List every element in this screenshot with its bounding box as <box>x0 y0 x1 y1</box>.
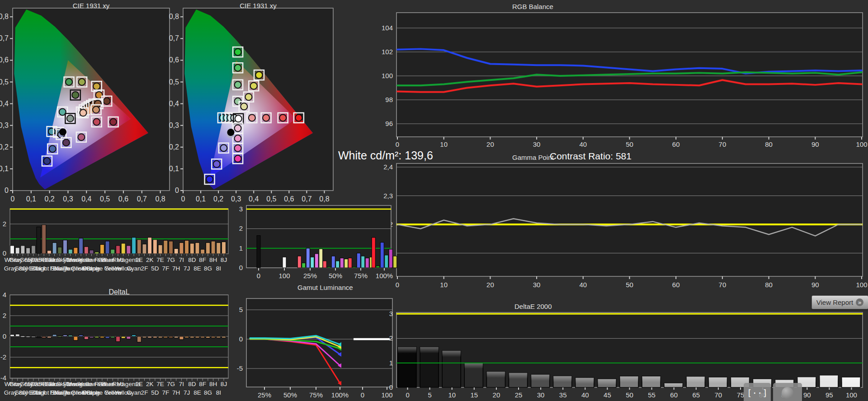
svg-text:0,3: 0,3 <box>231 195 241 203</box>
svg-text:2: 2 <box>239 224 243 232</box>
selection-tool-button[interactable]: [··] <box>744 383 771 401</box>
svg-text:70: 70 <box>719 140 726 148</box>
svg-text:20: 20 <box>493 391 500 399</box>
svg-text:90: 90 <box>811 140 819 148</box>
svg-text:50%: 50% <box>283 391 297 399</box>
svg-text:90: 90 <box>803 391 811 399</box>
svg-text:0,1: 0,1 <box>26 195 36 203</box>
rgb-balance-title: RGB Balance <box>512 3 553 10</box>
patch-label: 7F <box>162 265 169 272</box>
deltal-title: DeltaL <box>10 288 228 296</box>
patch-label: Blue <box>101 256 113 263</box>
svg-text:45: 45 <box>604 391 611 399</box>
svg-text:102: 102 <box>382 48 393 56</box>
svg-text:30: 30 <box>533 140 541 148</box>
chevron-right-icon: » <box>856 298 863 306</box>
svg-text:60: 60 <box>670 391 678 399</box>
svg-text:0: 0 <box>3 332 6 340</box>
svg-text:70: 70 <box>715 391 722 399</box>
patch-label: 2E <box>136 381 143 387</box>
svg-text:98: 98 <box>385 96 393 103</box>
cie1-chart: 00,10,20,30,40,50,60,70,800,10,20,30,40,… <box>0 8 170 203</box>
patch-label: 2K <box>146 256 154 263</box>
svg-text:55: 55 <box>648 391 656 399</box>
svg-text:3: 3 <box>239 205 243 213</box>
svg-text:0,8: 0,8 <box>155 195 165 203</box>
svg-text:25%: 25% <box>303 272 317 280</box>
svg-text:5: 5 <box>239 306 243 313</box>
patch-label: 7J <box>184 265 190 272</box>
svg-text:0,7: 0,7 <box>302 195 311 203</box>
svg-text:0,2: 0,2 <box>213 195 223 203</box>
svg-text:0,5: 0,5 <box>266 195 276 203</box>
svg-text:0,7: 0,7 <box>0 34 9 42</box>
svg-text:0,3: 0,3 <box>169 121 179 129</box>
pointer-ball-icon <box>782 387 793 399</box>
contrast-ratio-readout: Contrast Ratio: 581 <box>550 151 632 162</box>
svg-text:40: 40 <box>579 140 587 148</box>
svg-text:0: 0 <box>257 272 260 280</box>
saturation-de-chart: 3210010025%50%75%100% <box>239 205 397 280</box>
svg-text:0,1: 0,1 <box>0 165 9 173</box>
svg-text:100%: 100% <box>331 391 349 399</box>
view-report-button[interactable]: View Report » <box>811 295 868 309</box>
svg-text:20: 20 <box>486 281 494 289</box>
svg-text:75%: 75% <box>354 272 368 280</box>
svg-text:60: 60 <box>672 281 680 289</box>
patch-label: 2F <box>141 265 148 272</box>
gamut-luminance-title: Gamut Luminance <box>297 284 353 291</box>
svg-text:0,6: 0,6 <box>169 56 179 64</box>
patch-label: 2E <box>136 256 143 263</box>
pointer-tool-button[interactable] <box>773 383 802 401</box>
svg-text:0,5: 0,5 <box>169 78 179 86</box>
svg-text:0,4: 0,4 <box>81 195 91 203</box>
svg-text:0,6: 0,6 <box>284 195 294 203</box>
patch-label: 8G <box>204 265 212 272</box>
patch-label: 5D <box>151 389 159 396</box>
svg-text:0: 0 <box>3 249 6 257</box>
svg-text:0,2: 0,2 <box>45 195 55 203</box>
deltae2000-title: DeltaE 2000 <box>514 303 552 310</box>
svg-text:30: 30 <box>533 281 541 289</box>
svg-text:0,4: 0,4 <box>249 195 259 203</box>
svg-text:90: 90 <box>811 281 819 289</box>
patch-label: Cyan <box>127 389 141 396</box>
patch-label: 8F <box>199 256 206 263</box>
svg-text:0,8: 0,8 <box>169 13 179 20</box>
patch-label: 5D <box>151 265 159 272</box>
svg-text:30: 30 <box>537 391 545 399</box>
svg-text:75: 75 <box>737 391 745 399</box>
svg-text:0,6: 0,6 <box>118 195 128 203</box>
svg-text:75%: 75% <box>309 391 323 399</box>
gamma-chart: 2,42,32,22,10102030405060708090100 <box>383 163 867 289</box>
svg-text:20: 20 <box>486 140 494 148</box>
patch-label: 8H <box>209 256 217 263</box>
patch-label: 8J <box>221 381 227 387</box>
patch-label: 8J <box>221 256 227 263</box>
svg-text:65: 65 <box>692 391 700 399</box>
svg-text:10: 10 <box>448 391 456 399</box>
svg-text:2,3: 2,3 <box>383 192 393 200</box>
patch-label: 7H <box>172 265 180 272</box>
svg-text:2,4: 2,4 <box>383 163 393 171</box>
svg-text:1: 1 <box>389 359 393 367</box>
svg-text:0,1: 0,1 <box>169 165 179 173</box>
svg-text:0,7: 0,7 <box>137 195 147 203</box>
patch-label: 8F <box>199 381 206 387</box>
patch-label: 7I <box>179 381 184 387</box>
svg-text:0,2: 0,2 <box>169 143 179 151</box>
svg-text:4: 4 <box>3 291 6 298</box>
gamma-title: Gamma Point <box>512 154 554 161</box>
patch-label: 7I <box>179 256 184 263</box>
svg-text:0: 0 <box>239 335 243 343</box>
colorchecker-de-chart: 20 <box>3 209 228 257</box>
patch-label: 8I <box>216 265 221 272</box>
patch-label: 7E <box>156 256 164 263</box>
svg-text:96: 96 <box>385 120 393 127</box>
patch-label: 8G <box>204 389 212 396</box>
svg-text:0,2: 0,2 <box>0 143 9 151</box>
svg-text:0,1: 0,1 <box>196 195 206 203</box>
deltal-chart: 420-2-4 <box>0 291 228 382</box>
svg-text:2: 2 <box>3 220 6 228</box>
svg-text:70: 70 <box>719 281 726 289</box>
